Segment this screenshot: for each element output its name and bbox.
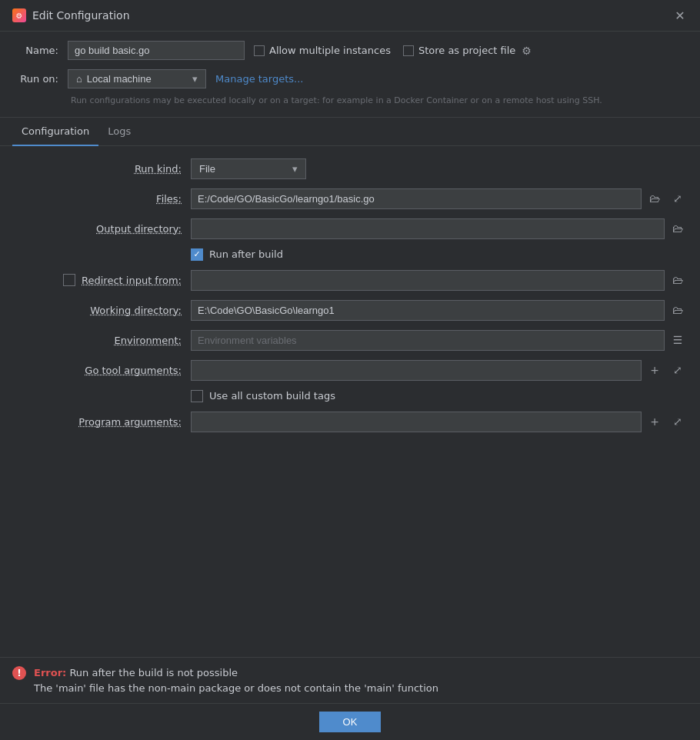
go-tool-args-expand-icon[interactable]: ⤢: [668, 360, 688, 380]
output-dir-label: Output directory:: [12, 223, 182, 235]
run-kind-label: Run kind:: [12, 163, 182, 175]
run-kind-value: File: [199, 163, 215, 175]
error-text: Error: Run after the build is not possib…: [34, 665, 438, 695]
error-line1: Run after the build is not possible: [69, 667, 238, 678]
bottom-bar: OK: [0, 703, 700, 740]
go-tool-args-input[interactable]: [191, 360, 642, 381]
redirect-input-checkbox[interactable]: [63, 274, 75, 286]
files-input[interactable]: [191, 188, 642, 209]
error-line2: The 'main' file has the non-main package…: [34, 682, 438, 694]
store-project-label: Store as project file: [418, 45, 515, 56]
program-args-row: Program arguments: + ⤢: [12, 412, 688, 432]
local-machine-label: Local machine: [87, 73, 152, 85]
files-row: Files: 🗁 ⤢: [12, 188, 688, 209]
redirect-folder-icon[interactable]: 🗁: [668, 270, 688, 290]
content-area: Run kind: File ▾ Files: 🗁 ⤢ Output direc…: [0, 146, 700, 658]
name-row: Name: Allow multiple instances Store as …: [12, 41, 688, 60]
close-button[interactable]: ✕: [672, 8, 688, 23]
environment-list-icon[interactable]: ☰: [668, 330, 688, 350]
tabs-bar: Configuration Logs: [0, 118, 700, 146]
title-bar: ⚙ Edit Configuration ✕: [0, 0, 700, 32]
working-dir-folder-icon[interactable]: 🗁: [668, 300, 688, 320]
files-folder-icon[interactable]: 🗁: [645, 188, 665, 208]
error-bar: ! Error: Run after the build is not poss…: [0, 657, 700, 703]
store-project-checkbox[interactable]: Store as project file ⚙: [403, 45, 532, 57]
program-args-plus-icon[interactable]: +: [645, 412, 665, 432]
program-args-input[interactable]: [191, 412, 642, 432]
top-section: Name: Allow multiple instances Store as …: [0, 32, 700, 118]
run-kind-control: File ▾: [191, 158, 688, 179]
output-dir-row: Output directory: 🗁: [12, 218, 688, 239]
home-icon: ⌂: [76, 73, 82, 85]
allow-multiple-checkbox-box[interactable]: [254, 45, 265, 56]
run-on-row: Run on: ⌂ Local machine ▾ Manage targets…: [12, 69, 688, 88]
output-dir-input[interactable]: [191, 218, 665, 239]
dialog-title: Edit Configuration: [32, 9, 130, 22]
run-after-build-row: Run after build: [12, 248, 688, 261]
output-dir-control: 🗁: [191, 218, 688, 239]
app-icon: ⚙: [12, 8, 26, 22]
run-kind-dropdown[interactable]: File ▾: [191, 158, 306, 179]
working-dir-control: 🗁: [191, 300, 688, 321]
program-args-label: Program arguments:: [12, 416, 182, 428]
program-args-expand-icon[interactable]: ⤢: [668, 412, 688, 432]
run-kind-row: Run kind: File ▾: [12, 158, 688, 179]
title-bar-left: ⚙ Edit Configuration: [12, 8, 130, 22]
store-project-checkbox-box[interactable]: [403, 45, 414, 56]
files-expand-icon[interactable]: ⤢: [668, 188, 688, 208]
working-dir-label: Working directory:: [12, 305, 182, 316]
run-on-dropdown[interactable]: ⌂ Local machine ▾: [68, 69, 206, 88]
run-after-build-checkbox[interactable]: [191, 248, 203, 261]
output-dir-folder-icon[interactable]: 🗁: [668, 218, 688, 238]
error-icon: !: [12, 666, 26, 680]
working-dir-row: Working directory: 🗁: [12, 300, 688, 321]
ok-button[interactable]: OK: [319, 712, 381, 732]
custom-build-tags-checkbox[interactable]: [191, 390, 203, 402]
go-tool-args-plus-icon[interactable]: +: [645, 360, 665, 380]
run-after-build-label: Run after build: [209, 248, 283, 260]
name-and-checks: Allow multiple instances Store as projec…: [254, 45, 688, 57]
environment-row: Environment: ☰: [12, 330, 688, 351]
name-input[interactable]: [68, 41, 245, 60]
environment-control: ☰: [191, 330, 688, 351]
custom-build-tags-label: Use all custom build tags: [209, 390, 335, 402]
chevron-down-icon: ▾: [192, 73, 198, 85]
go-tool-args-label: Go tool arguments:: [12, 365, 182, 376]
redirect-input-input[interactable]: [191, 270, 665, 291]
environment-label: Environment:: [12, 335, 182, 346]
go-tool-args-row: Go tool arguments: + ⤢: [12, 360, 688, 381]
error-label: Error:: [34, 667, 66, 678]
program-args-control: + ⤢: [191, 412, 688, 432]
files-label: Files:: [12, 193, 182, 205]
custom-build-tags-row: Use all custom build tags: [12, 390, 688, 402]
gear-icon[interactable]: ⚙: [522, 45, 532, 57]
edit-configuration-dialog: ⚙ Edit Configuration ✕ Name: Allow multi…: [0, 0, 700, 740]
environment-input[interactable]: [191, 330, 665, 351]
chevron-down-icon: ▾: [292, 163, 298, 175]
tab-logs[interactable]: Logs: [98, 118, 140, 146]
run-on-label: Run on:: [12, 73, 58, 85]
allow-multiple-checkbox[interactable]: Allow multiple instances: [254, 45, 391, 56]
manage-targets-link[interactable]: Manage targets...: [215, 73, 303, 85]
redirect-input-row: Redirect input from: 🗁: [12, 270, 688, 291]
tab-configuration[interactable]: Configuration: [12, 118, 98, 146]
go-tool-args-control: + ⤢: [191, 360, 688, 381]
help-text: Run configurations may be executed local…: [71, 95, 688, 108]
redirect-input-control: 🗁: [191, 270, 688, 291]
redirect-input-label: Redirect input from:: [82, 275, 182, 286]
files-control: 🗁 ⤢: [191, 188, 688, 209]
allow-multiple-label: Allow multiple instances: [269, 45, 391, 56]
working-dir-input[interactable]: [191, 300, 665, 321]
name-label: Name:: [12, 45, 58, 56]
